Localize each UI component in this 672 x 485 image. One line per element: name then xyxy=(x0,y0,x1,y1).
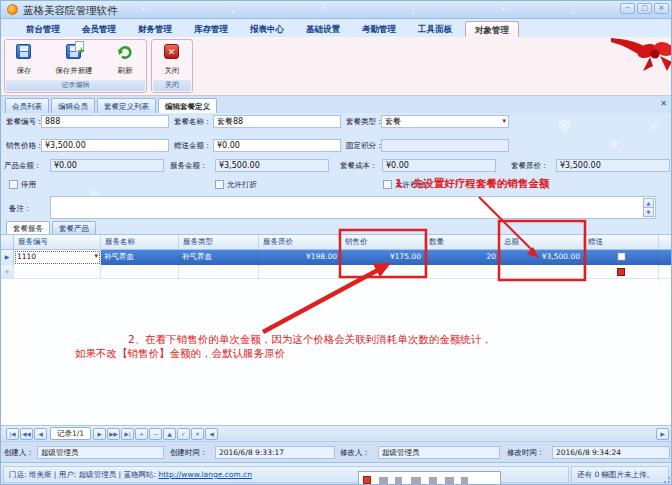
product-amount-field: ¥0.00 xyxy=(50,159,164,172)
record-navigator: |◀ ◀◀ ◀ 记录1/1 ▶ ▶▶ ▶| + − ▲ ✓ ✕ ◀ ▶ xyxy=(1,425,672,441)
modified-by-label: 修改人： xyxy=(340,448,370,458)
tab-basic-settings[interactable]: 基础设置 xyxy=(297,21,349,37)
ribbon-group-record-edit: 保存 保存并新建 刷新 记录编辑 xyxy=(4,39,147,93)
tab-reports[interactable]: 报表中心 xyxy=(241,21,293,37)
col-gift[interactable]: 赠送 xyxy=(584,235,659,249)
col-service-no[interactable]: 服务编号 xyxy=(14,235,101,249)
allow-points-checkbox[interactable] xyxy=(383,180,392,189)
tab-edit-package-definition[interactable]: 编辑套餐定义 xyxy=(158,98,217,113)
sale-price-cell[interactable]: ¥175.00 xyxy=(341,250,425,265)
tab-attendance[interactable]: 考勤管理 xyxy=(353,21,405,37)
doc-tab-close-icon[interactable]: ✕ xyxy=(660,99,667,108)
nav-last-button[interactable]: ▶| xyxy=(121,428,134,440)
col-total[interactable]: 总额 xyxy=(500,235,584,249)
nav-first-button[interactable]: |◀ xyxy=(6,428,19,440)
save-and-new-button[interactable]: 保存并新建 xyxy=(43,43,105,76)
annotation-note-2-line2: 如果不改【销售价】金额的，会默认服务原价 xyxy=(75,347,285,361)
website-link[interactable]: http://www.lange.com.cn xyxy=(158,470,252,479)
disable-checkbox[interactable] xyxy=(9,180,18,189)
tab-edit-member[interactable]: 编辑会员 xyxy=(51,98,95,113)
nav-prev-page-button[interactable]: ◀◀ xyxy=(20,428,33,440)
allow-discount-checkbox[interactable] xyxy=(215,180,224,189)
created-time-value: 2016/6/8 9:33:17 xyxy=(215,446,335,459)
separator: | xyxy=(54,470,57,479)
modified-time-value: 2016/6/8 9:34:24 xyxy=(552,446,670,459)
snow-dot: ✦ xyxy=(501,5,506,12)
col-service-type[interactable]: 服务类型 xyxy=(179,235,259,249)
table-row-selected[interactable]: ▶ 1110 ▾ 补气养血 补气养血 ¥198.00 ¥175.00 20 ¥3… xyxy=(1,250,672,265)
dropdown-arrow-icon[interactable]: ▾ xyxy=(502,116,506,127)
package-cost-field: ¥0.00 xyxy=(382,159,496,172)
modified-time-label: 修改时间： xyxy=(507,448,545,458)
nav-confirm-button[interactable]: ✓ xyxy=(177,428,190,440)
original-price-cell[interactable]: ¥198.00 xyxy=(259,250,341,265)
resize-grip[interactable] xyxy=(661,474,671,484)
remark-textarea[interactable]: ▲ ▼ xyxy=(50,196,656,219)
nav-add-button[interactable]: + xyxy=(135,428,148,440)
website-label: 蓝格网站: xyxy=(123,470,156,479)
col-sale-price[interactable]: 销售价 xyxy=(341,235,425,249)
tab-package-services[interactable]: 套餐服务 xyxy=(6,221,50,234)
service-no-editor[interactable]: 1110 ▾ xyxy=(14,250,101,265)
tab-front-desk[interactable]: 前台管理 xyxy=(17,21,69,37)
nav-prev-button[interactable]: ◀ xyxy=(34,428,47,440)
snow-dot: ✦ xyxy=(231,9,235,15)
total-cell[interactable]: ¥3,500.00 xyxy=(500,250,584,265)
group-label-record-edit: 记录编辑 xyxy=(6,80,145,91)
package-type-dropdown[interactable]: 套餐 ▾ xyxy=(381,115,509,128)
tab-tools[interactable]: 工具面板 xyxy=(409,21,461,37)
package-name-field[interactable]: 套餐88 xyxy=(213,115,341,128)
sale-price-field[interactable]: ¥3,500.00 xyxy=(41,139,169,152)
nav-next-button[interactable]: ▶ xyxy=(93,428,106,440)
tab-member-list[interactable]: 会员列表 xyxy=(5,98,49,113)
nav-cancel-button[interactable]: ✕ xyxy=(191,428,204,440)
app-window: 蓝格美容院管理软件 ✦ ✦ ✦ ✦ ✦ ✦ − ▢ ✕ 前台管理 会员管理 财务… xyxy=(0,0,672,485)
col-original-price[interactable]: 服务原价 xyxy=(259,235,341,249)
tab-package-products[interactable]: 套餐产品 xyxy=(52,221,96,234)
gift-amount-field[interactable]: ¥0.00 xyxy=(213,139,341,152)
audit-bar: 创建人： 超级管理员 创建时间： 2016/6/8 9:33:17 修改人： 超… xyxy=(1,441,672,462)
snowflake-decor: ❄ xyxy=(557,115,571,135)
package-type-label: 套餐类型： xyxy=(346,117,384,127)
current-user: 用户: 超级管理员 xyxy=(59,470,116,479)
quantity-cell[interactable]: 20 xyxy=(425,250,500,265)
tab-package-definition-list[interactable]: 套餐定义列表 xyxy=(97,98,156,113)
modified-by-value: 超级管理员 xyxy=(378,446,500,459)
tab-members[interactable]: 会员管理 xyxy=(73,21,125,37)
save-button[interactable]: 保存 xyxy=(5,43,43,76)
close-form-button[interactable]: ✕ 关闭 xyxy=(152,43,192,76)
app-logo-icon xyxy=(7,4,18,15)
minimize-button[interactable]: − xyxy=(620,3,635,14)
table-row-new[interactable]: ✳ xyxy=(1,265,672,279)
package-no-field[interactable]: 888 xyxy=(41,115,169,128)
nav-next-page-button[interactable]: ▶▶ xyxy=(107,428,120,440)
service-amount-field: ¥3,500.00 xyxy=(215,159,329,172)
nav-scroll-right-button[interactable]: ▶ xyxy=(656,428,669,440)
fixed-points-label: 固定积分： xyxy=(346,141,384,151)
tab-finance[interactable]: 财务管理 xyxy=(129,21,181,37)
remark-scrollbar[interactable]: ▲ ▼ xyxy=(643,198,654,217)
close-button[interactable]: ✕ xyxy=(654,3,669,14)
tab-inventory[interactable]: 库存管理 xyxy=(185,21,237,37)
maximize-button[interactable]: ▢ xyxy=(637,3,652,14)
service-name-cell[interactable]: 补气养血 xyxy=(101,250,179,265)
gift-checkbox-undefined[interactable] xyxy=(617,268,625,276)
tab-object-management[interactable]: 对象管理 xyxy=(465,21,519,37)
nav-delete-button[interactable]: − xyxy=(149,428,162,440)
service-type-cell[interactable]: 补气养血 xyxy=(179,250,259,265)
separator: | xyxy=(119,470,122,479)
snowflake-decor: ❄ xyxy=(609,137,620,152)
scroll-down-icon[interactable]: ▼ xyxy=(643,207,654,217)
group-label-close: 关闭 xyxy=(153,80,191,91)
annotation-note-2-line1: 2、在看下销售价的单次金额，因为这个价格会关联到消耗单次数的金额统计， xyxy=(128,333,492,347)
refresh-button[interactable]: 刷新 xyxy=(105,43,145,76)
gift-checkbox[interactable] xyxy=(617,252,626,261)
cell-dropdown-icon[interactable]: ▾ xyxy=(94,250,98,263)
gift-cell[interactable] xyxy=(584,250,659,265)
nav-scroll-left-button[interactable]: ◀ xyxy=(205,428,218,440)
col-quantity[interactable]: 数量 xyxy=(425,235,500,249)
new-row-indicator-icon: ✳ xyxy=(1,265,14,278)
col-service-name[interactable]: 服务名称 xyxy=(101,235,179,249)
snowflake-decor: ❄ xyxy=(649,121,658,134)
nav-edit-button[interactable]: ▲ xyxy=(163,428,176,440)
